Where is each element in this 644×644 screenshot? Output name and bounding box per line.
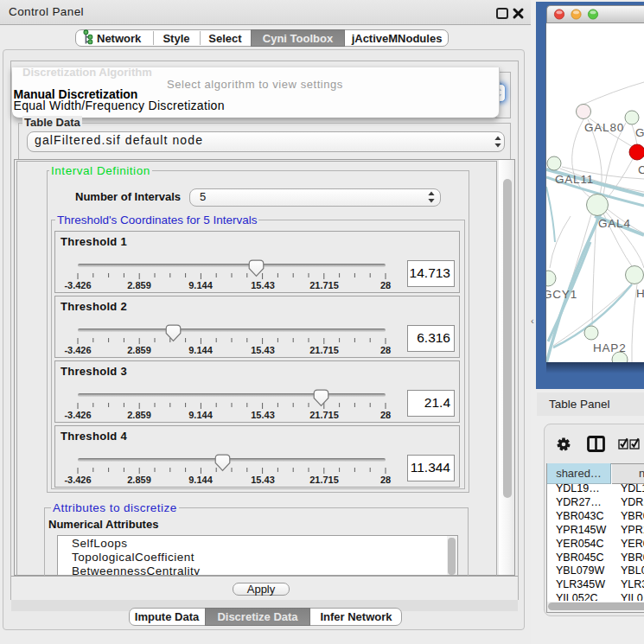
svg-text:GAL11: GAL11 [555, 173, 594, 186]
svg-text:GAL80: GAL80 [584, 121, 624, 134]
svg-text:GAL4: GAL4 [598, 217, 631, 230]
svg-text:C: C [638, 163, 644, 176]
svg-text:GCY1: GCY1 [545, 288, 577, 301]
svg-text:HAP2: HAP2 [593, 341, 626, 354]
svg-text:H: H [636, 287, 644, 300]
svg-text:GA: GA [635, 126, 644, 139]
